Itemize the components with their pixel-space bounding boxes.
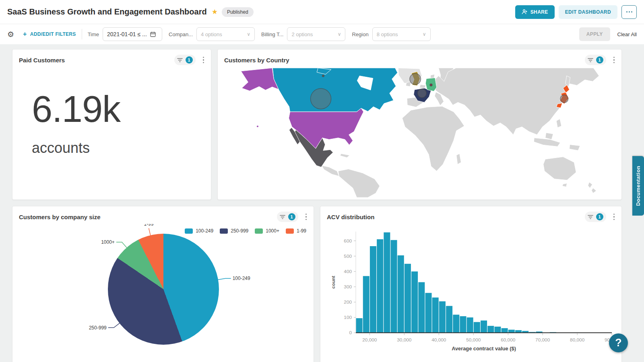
chart-legend: 100-249250-9991000+1-99 [185, 228, 306, 234]
hist-bar[interactable] [467, 317, 473, 333]
panel-paid-customers: Paid Customers 1 6.19k accounts [12, 49, 211, 200]
map-tasmania[interactable] [562, 183, 567, 187]
bubble-france[interactable] [418, 89, 427, 98]
hist-bar[interactable] [398, 255, 404, 333]
filter-label: Time [88, 31, 99, 37]
pie-slice-label: 100-249 [233, 276, 250, 281]
panel-title: Customers by Country [224, 57, 289, 64]
legend-label: 250-999 [231, 228, 248, 234]
bubble-germany[interactable] [430, 84, 432, 86]
documentation-tab[interactable]: Documentation [632, 156, 644, 216]
kebab-menu-icon[interactable] [304, 212, 308, 222]
map-south-america[interactable] [338, 169, 380, 197]
hist-bar[interactable] [432, 298, 439, 333]
dashboard-canvas: Paid Customers 1 6.19k accounts Customer… [0, 44, 644, 362]
map-australia[interactable] [543, 157, 576, 180]
map-borneo[interactable] [545, 133, 553, 140]
bubble-japan[interactable] [560, 95, 568, 103]
hist-bar[interactable] [411, 272, 418, 333]
time-filter-field[interactable]: 2021-01-01 ≤ ... [103, 27, 162, 41]
legend-item[interactable]: 100-249 [185, 228, 213, 234]
hist-bar[interactable] [405, 264, 411, 333]
hist-bar[interactable] [425, 293, 432, 333]
bubble-uk[interactable] [410, 74, 421, 84]
widget-filter-chip[interactable]: 1 [277, 212, 298, 222]
map-philippines[interactable] [556, 119, 561, 128]
filter-icon [588, 215, 593, 219]
hist-bar[interactable] [418, 282, 425, 333]
divider [82, 29, 82, 39]
published-badge: Published [222, 7, 254, 17]
favorite-star-icon[interactable]: ★ [212, 8, 218, 16]
help-button[interactable]: ? [609, 333, 628, 352]
dropdown-value: 2 options [291, 31, 313, 37]
kpi-value: 6.19k [32, 90, 211, 128]
share-button[interactable]: SHARE [515, 5, 555, 19]
hist-bar[interactable] [508, 330, 515, 333]
filter-groups: Time2021-01-01 ≤ ...Compan...4 options∨B… [88, 27, 431, 41]
map-usa[interactable] [289, 108, 364, 148]
filter-group-region: Region8 options∨ [352, 27, 430, 41]
pie-slice-label: 1-99 [144, 224, 154, 227]
hist-bar[interactable] [474, 322, 480, 333]
hist-bar[interactable] [439, 301, 446, 333]
hist-bar[interactable] [487, 326, 494, 333]
gear-icon[interactable]: ⚙ [7, 30, 14, 39]
hist-bar[interactable] [356, 318, 363, 333]
hist-bar[interactable] [391, 240, 397, 333]
map-cuba[interactable] [340, 154, 350, 158]
panel-title: Customers by company size [19, 214, 101, 220]
hist-bar[interactable] [370, 246, 376, 333]
widget-filter-chip[interactable]: 1 [585, 212, 606, 222]
map-new-guinea[interactable] [570, 144, 580, 150]
legend-swatch [255, 228, 263, 234]
y-tick-label: 300 [344, 284, 352, 290]
clear-all-button[interactable]: Clear All [617, 31, 637, 37]
more-options-button[interactable] [621, 5, 637, 19]
bubble-canada[interactable] [322, 75, 324, 77]
pie-chart[interactable] [108, 234, 219, 345]
widget-filter-chip[interactable]: 1 [174, 55, 196, 65]
filter-dropdown[interactable]: 4 options∨ [196, 27, 255, 41]
widget-filter-chip[interactable]: 1 [585, 55, 606, 65]
map-iceland[interactable] [420, 84, 426, 88]
hist-bar[interactable] [446, 306, 452, 333]
apply-button[interactable]: APPLY [579, 27, 610, 41]
pie-slice-label: 250-999 [89, 325, 107, 331]
hist-bar[interactable] [377, 239, 383, 333]
map-hawaii[interactable] [257, 125, 259, 128]
y-tick-label: 200 [344, 299, 352, 305]
kebab-menu-icon[interactable] [612, 212, 616, 222]
legend-label: 1-99 [297, 228, 306, 234]
add-edit-filters-button[interactable]: + ADD/EDIT FILTERS [23, 31, 76, 38]
hist-bar[interactable] [384, 232, 390, 333]
world-map [218, 67, 621, 197]
hist-bar[interactable] [453, 315, 459, 333]
legend-item[interactable]: 1000+ [255, 228, 279, 234]
map-new-zealand[interactable] [588, 182, 597, 193]
chevron-down-icon: ∨ [338, 31, 341, 37]
edit-dashboard-button[interactable]: EDIT DASHBOARD [559, 5, 617, 19]
filter-dropdown[interactable]: 2 options∨ [287, 27, 345, 41]
legend-item[interactable]: 1-99 [286, 228, 306, 234]
plus-icon: + [23, 31, 27, 38]
hist-bar[interactable] [502, 328, 508, 333]
kebab-menu-icon[interactable] [202, 56, 206, 65]
chevron-down-icon: ∨ [423, 31, 426, 37]
bubble-usa[interactable] [311, 88, 331, 109]
histogram-chart-area: 010020030040050060020,00030,00040,00050,… [320, 224, 621, 355]
hist-bar[interactable] [494, 327, 501, 333]
hist-bar[interactable] [481, 321, 487, 333]
map-africa[interactable] [402, 106, 464, 171]
map-canada[interactable] [272, 68, 397, 112]
map-indonesia[interactable] [534, 138, 560, 147]
filter-group-time: Time2021-01-01 ≤ ... [88, 27, 162, 41]
filter-dropdown[interactable]: 8 options∨ [372, 27, 431, 41]
kebab-menu-icon[interactable] [612, 56, 616, 65]
legend-item[interactable]: 250-999 [220, 228, 248, 234]
x-tick-label: 70,000 [535, 337, 550, 343]
map-central-america[interactable] [322, 165, 339, 176]
hist-bar[interactable] [363, 276, 369, 333]
map-madagascar[interactable] [456, 154, 461, 165]
hist-bar[interactable] [460, 316, 466, 333]
